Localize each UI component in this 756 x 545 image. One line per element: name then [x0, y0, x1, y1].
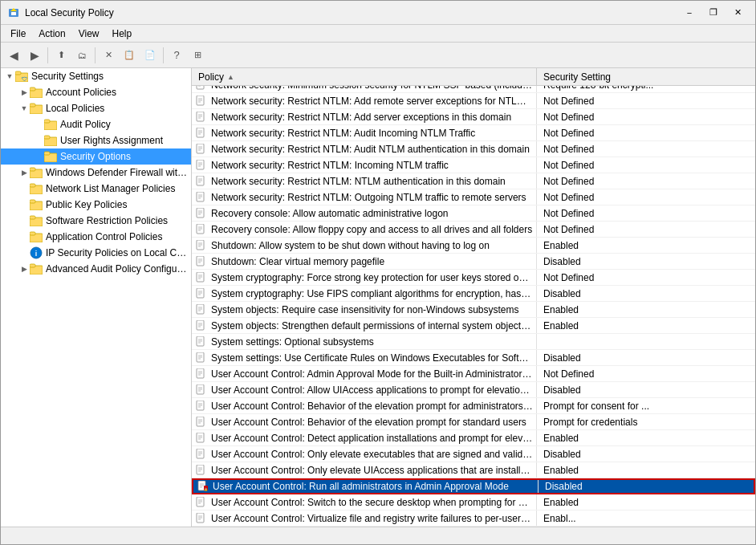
sidebar-item-advanced-audit[interactable]: ▶ Advanced Audit Policy Configuration — [1, 261, 191, 277]
policy-row[interactable]: Recovery console: Allow floppy copy and … — [192, 222, 755, 238]
policy-row[interactable]: User Account Control: Virtualize file an… — [192, 510, 755, 527]
policy-row[interactable]: User Account Control: Behavior of the el… — [192, 414, 755, 430]
menu-view[interactable]: View — [72, 26, 106, 41]
sidebar-item-security-settings[interactable]: ▼ 🛡 Security Settings — [1, 68, 191, 84]
policy-row[interactable]: Network security: Restrict NTLM: Incomin… — [192, 157, 755, 173]
sidebar-item-network-list[interactable]: Network List Manager Policies — [1, 181, 191, 197]
policy-row[interactable]: System cryptography: Force strong key pr… — [192, 270, 755, 286]
policy-doc-icon — [195, 368, 208, 380]
policy-row[interactable]: User Account Control: Only elevate execu… — [192, 446, 755, 462]
policy-doc-icon — [195, 464, 208, 477]
sidebar-item-windows-defender[interactable]: ▶ Windows Defender Firewall with Adva... — [1, 165, 191, 181]
sidebar: ▼ 🛡 Security Settings ▶ — [1, 68, 192, 527]
policy-row[interactable]: Recovery console: Allow automatic admini… — [192, 205, 755, 222]
svg-rect-7 — [30, 87, 35, 91]
policy-row[interactable]: User Account Control: Detect application… — [192, 430, 755, 446]
minimize-button[interactable]: − — [678, 5, 701, 21]
new-button[interactable]: 📄 — [140, 46, 160, 65]
policy-row[interactable]: Network security: Restrict NTLM: Add rem… — [192, 93, 755, 109]
policy-doc-icon — [195, 496, 208, 509]
policy-setting-cell: Enabled — [537, 240, 755, 251]
policy-row[interactable]: Network security: Restrict NTLM: Audit N… — [192, 141, 755, 157]
setting-column-header[interactable]: Security Setting — [537, 68, 755, 85]
policy-row[interactable]: System settings: Use Certificate Rules o… — [192, 350, 755, 366]
policy-row[interactable]: Network security: Restrict NTLM: Audit I… — [192, 125, 755, 141]
policy-row[interactable]: User Account Control: Switch to the secu… — [192, 494, 755, 510]
menu-help[interactable]: Help — [106, 26, 139, 41]
policy-row[interactable]: Network security: Minimum session securi… — [192, 86, 755, 93]
forward-button[interactable]: ▶ — [25, 46, 44, 65]
sidebar-item-ip-security[interactable]: i IP Security Policies on Local Compute.… — [1, 245, 191, 261]
policy-row[interactable]: Network security: Restrict NTLM: Add ser… — [192, 109, 755, 125]
policy-row[interactable]: System objects: Strengthen default permi… — [192, 318, 755, 334]
column-header: Policy ▲ Security Setting — [192, 68, 755, 86]
sidebar-item-app-control[interactable]: Application Control Policies — [1, 229, 191, 245]
close-button[interactable]: ✕ — [726, 5, 749, 21]
sidebar-label-public-key: Public Key Policies — [46, 199, 127, 210]
show-hide-button[interactable]: 🗂 — [72, 46, 91, 65]
policy-row[interactable]: Network security: Restrict NTLM: NTLM au… — [192, 173, 755, 189]
policy-setting-cell: Enabled — [537, 304, 755, 315]
policy-row[interactable]: User Account Control: Allow UIAccess app… — [192, 382, 755, 398]
delete-button[interactable]: ✕ — [99, 46, 118, 65]
policy-column-header[interactable]: Policy ▲ — [192, 68, 537, 85]
policy-row[interactable]: Network security: Restrict NTLM: Outgoin… — [192, 189, 755, 205]
window-controls: − ❐ ✕ — [678, 5, 749, 21]
sidebar-item-local-policies[interactable]: ▼ Local Policies — [1, 100, 191, 116]
expand-icon-advanced: ▶ — [18, 263, 30, 275]
sidebar-item-software-restriction[interactable]: Software Restriction Policies — [1, 213, 191, 229]
sidebar-item-user-rights[interactable]: User Rights Assignment — [1, 132, 191, 148]
sidebar-label-user-rights: User Rights Assignment — [60, 135, 163, 146]
grid-button[interactable]: ⊞ — [188, 46, 207, 65]
folder-icon-security: 🛡 — [15, 70, 28, 83]
policy-row[interactable]: 🔒 User Account Control: Run all administ… — [192, 478, 755, 494]
policy-row[interactable]: System objects: Require case insensitivi… — [192, 302, 755, 318]
policy-name-label: Network security: Restrict NTLM: Add rem… — [211, 96, 533, 107]
svg-rect-19 — [30, 184, 35, 187]
policy-name-cell: Network security: Restrict NTLM: NTLM au… — [192, 173, 537, 189]
properties-button[interactable]: 📋 — [120, 46, 139, 65]
policy-name-cell: Network security: Restrict NTLM: Incomin… — [192, 157, 537, 173]
policy-doc-icon — [195, 287, 208, 300]
sidebar-item-account-policies[interactable]: ▶ Account Policies — [1, 84, 191, 100]
sort-icon-policy: ▲ — [227, 73, 234, 81]
policy-setting-cell: Enabl... — [537, 513, 755, 524]
svg-rect-21 — [30, 200, 35, 203]
menu-file[interactable]: File — [4, 26, 32, 41]
policy-name-cell: User Account Control: Only elevate execu… — [192, 446, 537, 462]
sidebar-item-security-options[interactable]: Security Options — [1, 148, 191, 165]
policy-name-cell: 🔒 User Account Control: Run all administ… — [193, 480, 539, 493]
policy-name-label: User Account Control: Allow UIAccess app… — [211, 384, 533, 396]
sidebar-item-audit-policy[interactable]: Audit Policy — [1, 116, 191, 132]
policy-row[interactable]: System settings: Optional subsystems — [192, 334, 755, 350]
policy-name-label: System cryptography: Force strong key pr… — [211, 272, 533, 283]
policy-row[interactable]: Shutdown: Clear virtual memory pagefileD… — [192, 254, 755, 270]
menu-action[interactable]: Action — [32, 26, 71, 41]
policy-row[interactable]: System cryptography: Use FIPS compliant … — [192, 286, 755, 302]
policy-name-label: User Account Control: Only elevate execu… — [211, 449, 533, 460]
policy-row[interactable]: User Account Control: Admin Approval Mod… — [192, 366, 755, 382]
folder-icon-audit — [44, 118, 57, 131]
up-button[interactable]: ⬆ — [51, 46, 71, 65]
restore-button[interactable]: ❐ — [702, 5, 725, 21]
policy-setting-cell: Enabled — [537, 433, 755, 444]
policy-doc-icon — [195, 159, 208, 172]
policy-row[interactable]: User Account Control: Only elevate UIAcc… — [192, 462, 755, 478]
folder-icon-network — [30, 182, 43, 195]
help-button[interactable]: ? — [167, 46, 186, 65]
policy-name-cell: User Account Control: Switch to the secu… — [192, 494, 537, 510]
policy-name-label: Network security: Restrict NTLM: Audit I… — [211, 128, 475, 139]
sidebar-item-public-key[interactable]: Public Key Policies — [1, 197, 191, 213]
svg-rect-29 — [30, 264, 35, 267]
policy-setting-cell: Not Defined — [537, 144, 755, 155]
back-button[interactable]: ◀ — [4, 46, 23, 65]
sidebar-label-security-settings: Security Settings — [31, 71, 104, 82]
policy-setting-cell: Disabled — [537, 256, 755, 267]
policy-setting-cell: Disabled — [537, 449, 755, 460]
expand-icon-account: ▶ — [18, 87, 30, 98]
policy-name-label: User Account Control: Admin Approval Mod… — [211, 368, 533, 380]
policy-row[interactable]: User Account Control: Behavior of the el… — [192, 398, 755, 414]
policy-name-cell: Network security: Restrict NTLM: Audit N… — [192, 141, 537, 157]
policy-row[interactable]: Shutdown: Allow system to be shut down w… — [192, 238, 755, 254]
policy-doc-icon — [195, 239, 208, 252]
